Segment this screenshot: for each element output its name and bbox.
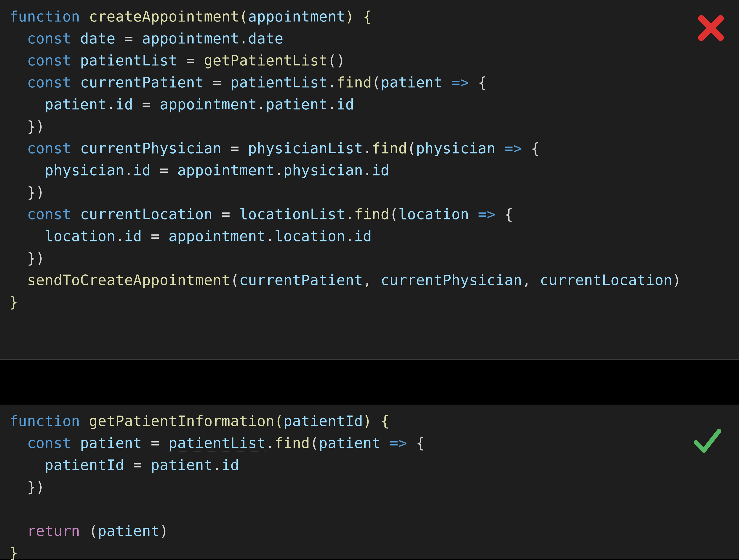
code-token: . — [239, 30, 248, 47]
code-token: = — [151, 162, 177, 179]
code-token — [9, 52, 27, 69]
code-token: . — [107, 96, 116, 113]
code-content-bottom[interactable]: function getPatientInformation(patientId… — [9, 410, 730, 560]
code-token: location — [275, 228, 345, 245]
code-token: sendToCreateAppointment — [27, 272, 231, 289]
code-token: physician — [416, 140, 495, 157]
code-token: => — [504, 140, 522, 157]
code-token: => — [390, 434, 407, 451]
code-token: physicianList — [248, 140, 363, 157]
code-token: date — [248, 30, 283, 47]
code-token: = — [177, 52, 204, 69]
code-token: { — [469, 74, 487, 91]
code-token: appointment — [168, 228, 266, 245]
code-token: currentLocation — [540, 272, 673, 289]
code-token: patientId — [45, 456, 124, 473]
code-token: }) — [9, 184, 45, 201]
code-token: }) — [9, 118, 45, 135]
code-token: ( — [239, 8, 248, 25]
code-token: . — [124, 162, 133, 179]
code-token: { — [407, 434, 425, 451]
code-token — [9, 74, 27, 91]
code-token: currentLocation — [80, 206, 213, 223]
code-token: . — [328, 74, 336, 91]
code-token: ( — [231, 272, 239, 289]
code-token: , — [522, 272, 540, 289]
code-token: find — [372, 140, 407, 157]
code-token: const — [27, 434, 80, 451]
code-token: ) — [345, 8, 354, 25]
code-token — [9, 140, 27, 157]
code-token: id — [221, 456, 239, 473]
code-token: physician — [45, 162, 124, 179]
code-token: appointment — [248, 8, 345, 25]
code-token: . — [363, 162, 372, 179]
code-token: () — [328, 52, 345, 69]
code-token: ( — [390, 206, 399, 223]
code-token: patientList — [168, 434, 266, 452]
code-token: patient — [266, 96, 328, 113]
code-token: = — [142, 434, 168, 451]
code-token: ( — [310, 434, 319, 451]
code-token: . — [116, 228, 124, 245]
code-token: . — [266, 228, 275, 245]
code-token: patient — [45, 96, 107, 113]
code-token — [9, 96, 45, 113]
code-token: id — [336, 96, 354, 113]
code-token: id — [116, 96, 133, 113]
code-token: id — [354, 228, 372, 245]
code-token: id — [124, 228, 142, 245]
pane-divider — [0, 360, 739, 405]
code-token: appointment — [160, 96, 257, 113]
code-block-bad[interactable]: function createAppointment(appointment) … — [0, 0, 739, 360]
code-token: = — [213, 206, 239, 223]
code-token — [469, 206, 478, 223]
code-token — [9, 272, 27, 289]
code-token: . — [213, 456, 221, 473]
code-token: { — [372, 413, 390, 430]
code-token: patient — [80, 434, 142, 451]
code-token: patient — [319, 434, 381, 451]
code-token: getPatientInformation — [89, 413, 274, 430]
code-token: find — [336, 74, 372, 91]
code-token: id — [372, 162, 390, 179]
code-token: = — [204, 74, 230, 91]
code-token: find — [275, 434, 310, 451]
code-token — [381, 434, 390, 451]
code-token: = — [142, 228, 168, 245]
code-block-good[interactable]: function getPatientInformation(patientId… — [0, 405, 739, 559]
code-token: ) — [363, 413, 372, 430]
code-token: const — [27, 52, 80, 69]
code-token — [9, 434, 27, 451]
code-token: => — [478, 206, 496, 223]
code-token: patientList — [80, 52, 177, 69]
code-token: . — [345, 228, 354, 245]
code-token: . — [345, 206, 354, 223]
code-token: currentPatient — [80, 74, 204, 91]
code-token: = — [124, 456, 151, 473]
code-content-top[interactable]: function createAppointment(appointment) … — [9, 6, 730, 313]
code-token: function — [9, 413, 89, 430]
code-token: . — [257, 96, 266, 113]
code-token: location — [398, 206, 469, 223]
code-token: ( — [407, 140, 416, 157]
code-token: date — [80, 30, 116, 47]
code-token: . — [275, 162, 284, 179]
cross-icon — [697, 14, 725, 43]
code-token: const — [27, 206, 80, 223]
code-token: . — [266, 434, 275, 451]
code-token — [496, 140, 504, 157]
code-token: physician — [284, 162, 363, 179]
code-token: ) — [673, 272, 681, 289]
code-token: patientList — [231, 74, 328, 91]
code-token: locationList — [239, 206, 345, 223]
code-token: ( — [275, 413, 284, 430]
code-token: ( — [372, 74, 381, 91]
code-token: appointment — [142, 30, 239, 47]
code-token: currentPhysician — [381, 272, 522, 289]
code-token: = — [133, 96, 160, 113]
code-token: => — [451, 74, 469, 91]
code-token — [9, 206, 27, 223]
code-token: = — [221, 140, 248, 157]
code-token: { — [522, 140, 540, 157]
